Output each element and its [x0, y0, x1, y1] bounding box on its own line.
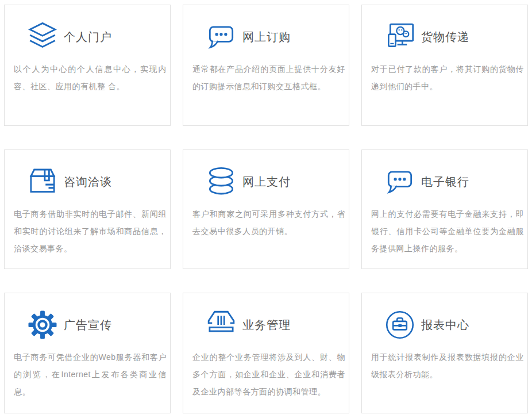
layers-icon [26, 21, 59, 53]
feature-card-online-ordering: 网上订购 通常都在产品介绍的页面上提供十分友好的订购提示信息和订购交互格式框。 [183, 5, 349, 126]
card-header: 广告宣传 [26, 309, 165, 341]
card-header: 报表中心 [384, 309, 523, 341]
bank-building-icon [205, 309, 237, 341]
feature-card-consultation: 咨询洽谈 电子商务借助非实时的电子邮件、新闻组和实时的讨论组来了解市场和商品信息… [4, 149, 171, 269]
feature-card-grid: 个人门户 以个人为中心的个人信息中心，实现内容、社区、应用的有机整 合。 网上订… [0, 0, 532, 418]
feature-card-e-banking: 电子银行 网上的支付必需要有电子金融来支持，即银行、信用卡公司等金融单位要为金融… [361, 149, 528, 269]
card-title: 报表中心 [421, 317, 469, 333]
card-header: 业务管理 [205, 309, 344, 341]
card-title: 业务管理 [242, 317, 291, 333]
card-title: 个人门户 [64, 29, 112, 45]
feature-card-advertising: 广告宣传 电子商务可凭借企业的Web服务器和客户的浏览，在Internet上发布… [4, 293, 171, 413]
card-description: 企业的整个业务管理将涉及到人、财、物多个方面，如企业和企业、企业和消费者及企业内… [192, 348, 345, 400]
card-title: 网上订购 [242, 29, 291, 45]
feature-card-report-center: 报表中心 用于统计报表制作及报表数据填报的企业级报表分析功能。 [361, 293, 528, 413]
card-description: 用于统计报表制作及报表数据填报的企业级报表分析功能。 [371, 348, 524, 383]
card-description: 电子商务借助非实时的电子邮件、新闻组和实时的讨论组来了解市场和商品信息，洽谈交易… [14, 205, 167, 257]
card-title: 咨询洽谈 [64, 174, 112, 190]
card-header: 货物传递 [384, 21, 523, 53]
feature-card-personal-portal: 个人门户 以个人为中心的个人信息中心，实现内容、社区、应用的有机整 合。 [4, 5, 171, 126]
card-description: 网上的支付必需要有电子金融来支持，即银行、信用卡公司等金融单位要为金融服务提供网… [371, 205, 524, 257]
feature-card-business-management: 业务管理 企业的整个业务管理将涉及到人、财、物多个方面，如企业和企业、企业和消费… [183, 293, 349, 413]
monitor-chat-phone-icon [384, 21, 416, 53]
database-icon [205, 166, 237, 198]
card-description: 对于已付了款的客户，将其订购的货物传递到他们的手中。 [371, 60, 524, 95]
card-description: 以个人为中心的个人信息中心，实现内容、社区、应用的有机整 合。 [14, 60, 167, 95]
card-title: 广告宣传 [64, 317, 112, 333]
card-description: 电子商务可凭借企业的Web服务器和客户的浏览，在Internet上发布各类商业信… [14, 348, 167, 400]
gear-icon [26, 309, 59, 341]
briefcase-circle-icon [384, 309, 416, 341]
card-header: 网上支付 [205, 166, 344, 198]
card-title: 网上支付 [242, 174, 291, 190]
card-header: 个人门户 [26, 21, 165, 53]
card-title: 货物传递 [421, 29, 469, 45]
chat-dots-icon [384, 166, 416, 198]
card-description: 客户和商家之间可采用多种支付方式，省去交易中很多人员的开销。 [192, 205, 345, 240]
card-header: 咨询洽谈 [26, 166, 165, 198]
package-box-icon [26, 166, 59, 198]
card-description: 通常都在产品介绍的页面上提供十分友好的订购提示信息和订购交互格式框。 [192, 60, 345, 95]
feature-card-online-payment: 网上支付 客户和商家之间可采用多种支付方式，省去交易中很多人员的开销。 [183, 149, 349, 269]
card-header: 网上订购 [205, 21, 344, 53]
card-title: 电子银行 [421, 174, 469, 190]
card-header: 电子银行 [384, 166, 523, 198]
feature-card-goods-delivery: 货物传递 对于已付了款的客户，将其订购的货物传递到他们的手中。 [361, 5, 528, 126]
chat-dots-icon [205, 21, 237, 53]
